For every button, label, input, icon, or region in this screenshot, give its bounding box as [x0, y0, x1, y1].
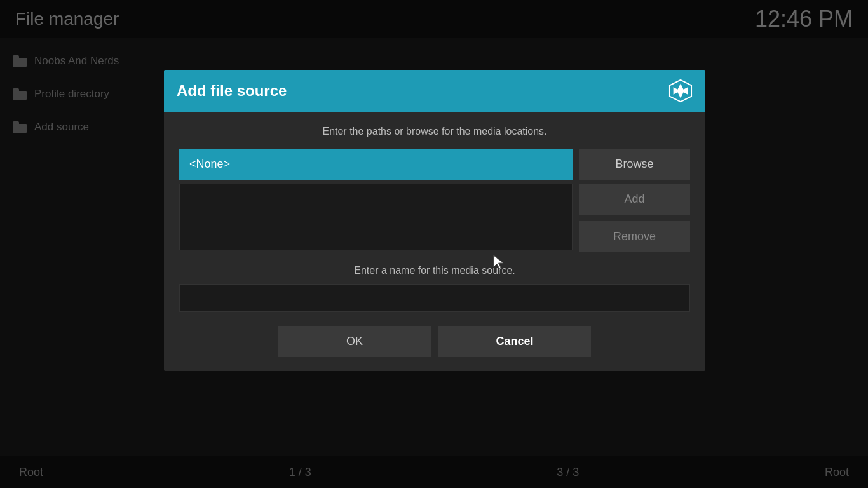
- dialog-header: Add file source: [164, 70, 705, 112]
- side-buttons: Add Remove: [579, 184, 690, 252]
- remove-button[interactable]: Remove: [579, 221, 690, 252]
- cancel-button[interactable]: Cancel: [438, 326, 591, 357]
- path-list: [179, 184, 573, 250]
- name-input[interactable]: [179, 284, 690, 312]
- add-file-source-dialog: Add file source Enter the paths or brows…: [164, 70, 705, 371]
- dialog-footer: OK Cancel: [179, 326, 690, 357]
- name-label: Enter a name for this media source.: [179, 265, 690, 276]
- dialog-instruction: Enter the paths or browse for the media …: [179, 126, 690, 137]
- middle-row: Add Remove: [179, 184, 690, 252]
- add-button[interactable]: Add: [579, 184, 690, 215]
- dialog-body: Enter the paths or browse for the media …: [164, 112, 705, 371]
- path-input[interactable]: [179, 149, 573, 180]
- ok-button[interactable]: OK: [278, 326, 431, 357]
- dialog-title: Add file source: [177, 82, 287, 100]
- path-input-row: Browse: [179, 149, 690, 180]
- browse-button[interactable]: Browse: [579, 149, 690, 180]
- kodi-logo-icon: [668, 79, 693, 103]
